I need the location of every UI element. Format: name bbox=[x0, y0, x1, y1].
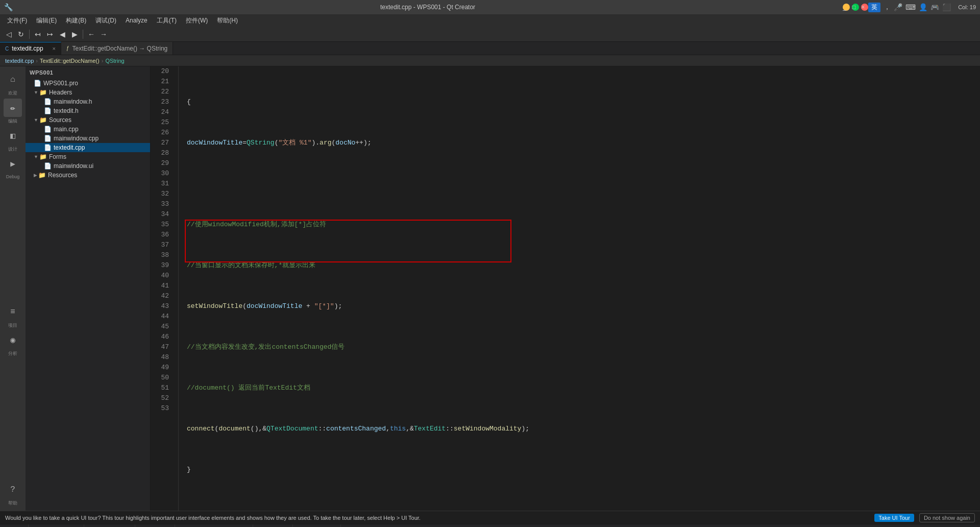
menu-debug[interactable]: 调试(D) bbox=[91, 15, 120, 26]
ln-35: 35 bbox=[151, 220, 173, 230]
tree-item-resources[interactable]: ▶ 📁 Resources bbox=[26, 171, 150, 180]
breadcrumb-file[interactable]: textedit.cpp bbox=[5, 58, 34, 64]
title-bar: 🔧 textedit.cpp - WPS001 - Qt Creator _ □… bbox=[0, 0, 980, 14]
notification-text: Would you like to take a quick UI tour? … bbox=[5, 515, 869, 521]
sidebar-analyze-group: ◉ 分析 bbox=[4, 331, 22, 357]
tree-label-textedit-h: textedit.h bbox=[54, 107, 79, 114]
code-editor[interactable]: 20 21 22 23 24 25 26 27 28 29 30 31 32 3… bbox=[151, 66, 980, 511]
bottom-tab-overview[interactable]: 6 概要信息 bbox=[253, 524, 293, 527]
mic-icon: 🎤 bbox=[894, 3, 902, 11]
ln-28: 28 bbox=[151, 148, 173, 158]
tree-label-pro: WPS001.pro bbox=[43, 80, 78, 87]
bottom-tab-qml[interactable]: 5 QML Debugger Console bbox=[175, 524, 253, 527]
bottom-tab-problems[interactable]: 1 问题 bbox=[0, 524, 29, 527]
tree-item-forms[interactable]: ▼ 📁 Forms bbox=[26, 152, 150, 161]
menu-controls[interactable]: 控件(W) bbox=[182, 15, 212, 26]
menu-build[interactable]: 构建(B) bbox=[62, 15, 90, 26]
toolbar-open[interactable]: ↻ bbox=[15, 29, 27, 40]
file-icon-mainwindow-h: 📄 bbox=[44, 98, 52, 105]
menu-file[interactable]: 文件(F) bbox=[3, 15, 31, 26]
tree-label-textedit-cpp: textedit.cpp bbox=[54, 144, 85, 151]
sidebar-design-icon[interactable]: ◧ bbox=[4, 127, 22, 145]
menu-tools[interactable]: 工具(T) bbox=[153, 15, 181, 26]
toolbar-run[interactable]: ◀ bbox=[57, 29, 68, 40]
maximize-button[interactable]: □ bbox=[852, 4, 859, 11]
code-area[interactable]: 20 21 22 23 24 25 26 27 28 29 30 31 32 3… bbox=[151, 66, 980, 511]
tree-item-mainwindow-h[interactable]: 📄 mainwindow.h bbox=[26, 97, 150, 106]
toolbar-build[interactable]: ↦ bbox=[44, 29, 56, 40]
sidebar-welcome-group: ⌂ 欢迎 bbox=[4, 70, 22, 97]
sidebar-debug-icon[interactable]: ▶ bbox=[4, 155, 22, 173]
close-button[interactable]: × bbox=[861, 4, 868, 11]
tab-icon-cpp: C bbox=[5, 46, 9, 52]
toolbar-forward[interactable]: → bbox=[98, 29, 109, 40]
sidebar-welcome-icon[interactable]: ⌂ bbox=[4, 70, 22, 89]
cmt-27: //document() 返回当前TextEdit文档 bbox=[187, 383, 310, 393]
toolbar-debug[interactable]: ▶ bbox=[69, 29, 80, 40]
main-layout: ⌂ 欢迎 ✏ 编辑 ◧ 设计 ▶ Debug ≡ 项目 ◉ 分析 ? 帮助 WP… bbox=[0, 66, 980, 511]
tree-item-textedit-cpp[interactable]: 📄 textedit.cpp bbox=[26, 143, 150, 152]
punctuation-icon: ， bbox=[884, 3, 891, 12]
bc-sep2: › bbox=[102, 58, 104, 64]
ln-51: 51 bbox=[151, 383, 173, 393]
ln-34: 34 bbox=[151, 209, 173, 220]
tree-item-pro[interactable]: 📄 WPS001.pro bbox=[26, 79, 150, 88]
title-bar-controls[interactable]: _ □ × bbox=[843, 4, 868, 11]
bottom-tab-search[interactable]: 2 Search Results bbox=[29, 524, 84, 527]
ln-31: 31 bbox=[151, 179, 173, 189]
menu-edit[interactable]: 编辑(E) bbox=[32, 15, 61, 26]
sidebar-analyze-icon[interactable]: ◉ bbox=[4, 331, 22, 349]
tree-item-headers[interactable]: ▼ 📁 Headers bbox=[26, 88, 150, 97]
menu-analyze[interactable]: Analyze bbox=[121, 16, 152, 25]
sidebar-project-icon[interactable]: ≡ bbox=[4, 303, 22, 321]
tab-close-textedit[interactable]: × bbox=[53, 45, 56, 52]
bottom-tab-app-output[interactable]: 3 应用程序输出 bbox=[84, 524, 135, 527]
sidebar-welcome-label: 欢迎 bbox=[8, 90, 17, 97]
ln-50: 50 bbox=[151, 373, 173, 383]
file-icon-textedit-h: 📄 bbox=[44, 107, 52, 114]
tree-item-textedit-h[interactable]: 📄 textedit.h bbox=[26, 106, 150, 115]
tab-label-textedit: textedit.cpp bbox=[12, 45, 43, 52]
code-line-22 bbox=[187, 179, 980, 189]
tree-item-main-cpp[interactable]: 📄 main.cpp bbox=[26, 125, 150, 134]
ln-29: 29 bbox=[151, 158, 173, 169]
dont-show-button[interactable]: Do not show again bbox=[919, 513, 975, 522]
folder-icon-headers: 📁 bbox=[39, 89, 47, 96]
file-icon-pro: 📄 bbox=[34, 80, 41, 87]
code-content[interactable]: { docWindowTitle=QString("文档 %1").arg(do… bbox=[179, 66, 980, 511]
take-tour-button[interactable]: Take UI Tour bbox=[874, 514, 914, 522]
ln-38: 38 bbox=[151, 250, 173, 260]
toolbar-back[interactable]: ← bbox=[86, 29, 97, 40]
line-numbers: 20 21 22 23 24 25 26 27 28 29 30 31 32 3… bbox=[151, 66, 179, 511]
sidebar-edit-label: 编辑 bbox=[8, 118, 17, 125]
ln-24: 24 bbox=[151, 107, 173, 117]
sidebar-edit-icon[interactable]: ✏ bbox=[4, 99, 22, 117]
sidebar-debug-label: Debug bbox=[6, 174, 20, 179]
code-line-23: //使用windowModified机制,添加[*]占位符 bbox=[187, 220, 980, 230]
bottom-tabs: 1 问题 2 Search Results 3 应用程序输出 4 编译输出 5 … bbox=[0, 524, 980, 527]
minimize-button[interactable]: _ bbox=[843, 4, 850, 11]
tree-item-sources[interactable]: ▼ 📁 Sources bbox=[26, 115, 150, 125]
toolbar-new[interactable]: ◁ bbox=[3, 29, 14, 40]
menu-help[interactable]: 帮助(H) bbox=[213, 15, 242, 26]
sidebar-help-icon[interactable]: ? bbox=[4, 481, 22, 499]
tab-textedit-cpp[interactable]: C textedit.cpp × bbox=[0, 42, 61, 55]
ln-22: 22 bbox=[151, 87, 173, 97]
tree-label-resources: Resources bbox=[48, 172, 77, 179]
title-bar-title: textedit.cpp - WPS001 - Qt Creator bbox=[13, 4, 843, 11]
cmt-23: //使用windowModified机制,添加[*]占位符 bbox=[187, 220, 326, 230]
fn-28: connect bbox=[187, 424, 215, 434]
ln-40: 40 bbox=[151, 271, 173, 281]
tree-item-mainwindow-cpp[interactable]: 📄 mainwindow.cpp bbox=[26, 134, 150, 143]
code-line-26: //当文档内容发生改变,发出contentsChanged信号 bbox=[187, 342, 980, 352]
toolbar-save[interactable]: ↤ bbox=[32, 29, 43, 40]
breadcrumb-fn[interactable]: TextEdit::getDocName() bbox=[40, 58, 100, 64]
tab-getdocname[interactable]: ƒ TextEdit::getDocName() → QString bbox=[61, 42, 173, 55]
ln-44: 44 bbox=[151, 312, 173, 322]
bottom-tab-compile[interactable]: 4 编译输出 bbox=[135, 524, 175, 527]
tree-item-mainwindow-ui[interactable]: 📄 mainwindow.ui bbox=[26, 161, 150, 171]
bottom-tab-test[interactable]: 8 Test Results bbox=[293, 524, 341, 527]
code-line-28: connect(document(),&QTextDocument::conte… bbox=[187, 424, 980, 434]
sidebar-design-group: ◧ 设计 bbox=[4, 127, 22, 153]
code-line-20: { bbox=[187, 97, 980, 107]
